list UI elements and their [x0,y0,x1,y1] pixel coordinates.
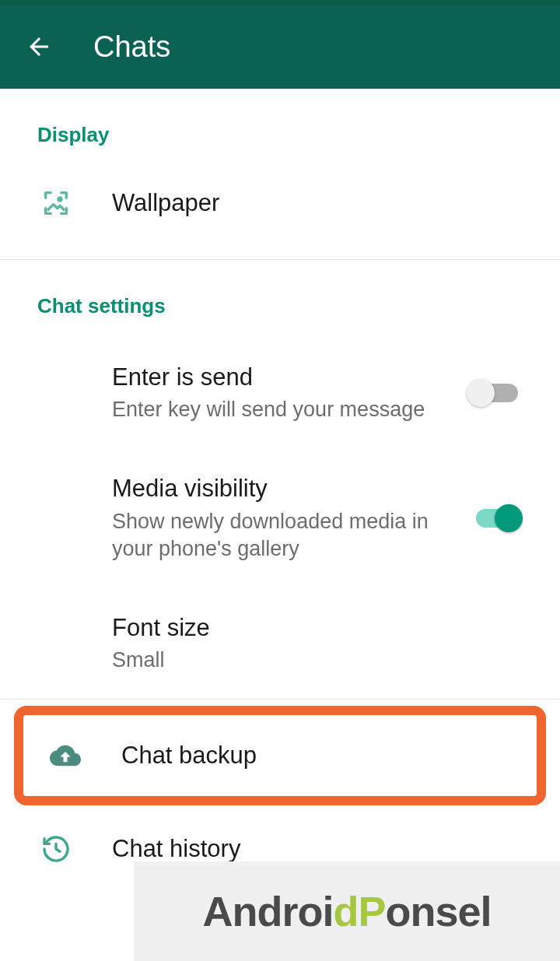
font-size-row[interactable]: Font size Small [0,587,560,699]
font-size-subtitle: Small [112,647,523,674]
icon-spacer [37,500,75,537]
wallpaper-row[interactable]: Wallpaper [0,166,560,240]
wallpaper-icon [37,184,75,222]
font-size-title: Font size [112,612,523,644]
arrow-left-icon [25,33,53,61]
media-visibility-subtitle: Show newly downloaded media in your phon… [112,508,454,563]
cloud-upload-icon [47,737,84,774]
media-visibility-row[interactable]: Media visibility Show newly downloaded m… [0,448,560,587]
back-button[interactable] [19,26,59,67]
highlight-annotation: Chat backup [14,706,546,805]
watermark: AndroidPonsel [134,861,560,961]
chat-backup-row[interactable]: Chat backup [23,715,537,796]
wallpaper-label: Wallpaper [112,188,523,219]
media-visibility-toggle[interactable] [467,503,523,534]
page-title: Chats [93,30,170,64]
chat-backup-label: Chat backup [121,740,513,771]
section-header-chat-settings: Chat settings [0,260,560,337]
content-area: Display Wallpaper Chat settings Enter is… [0,89,560,886]
svg-point-0 [58,198,61,201]
enter-is-send-toggle[interactable] [467,377,523,409]
enter-is-send-subtitle: Enter key will send your message [112,396,454,423]
enter-is-send-title: Enter is send [112,362,454,393]
section-header-display: Display [0,89,560,166]
history-icon [37,830,75,868]
app-header: Chats [0,5,560,89]
enter-is-send-row[interactable]: Enter is send Enter key will send your m… [0,337,560,448]
chat-history-label: Chat history [112,833,523,865]
divider [0,699,560,700]
icon-spacer [37,374,75,412]
icon-spacer [37,625,75,662]
media-visibility-title: Media visibility [112,473,454,504]
